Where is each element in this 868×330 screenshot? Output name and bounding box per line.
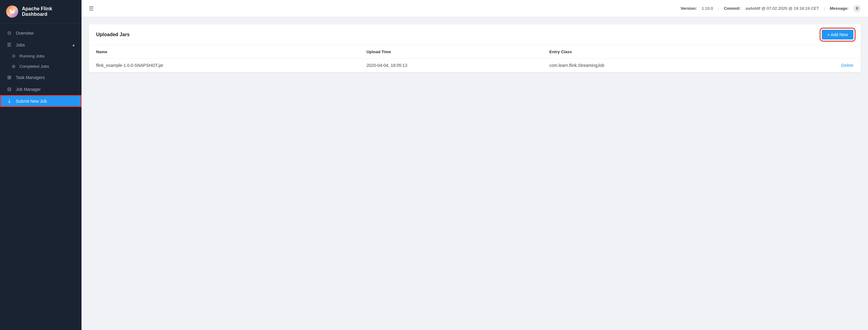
card-header: Uploaded Jars + Add New [89, 24, 861, 45]
main-area: ☰ Version: 1.10.0 | Commit: aa4eb8f @ 07… [82, 0, 868, 330]
jobs-icon: ☰ [6, 42, 12, 48]
sidebar-item-completed-jobs-label: Completed Jobs [20, 64, 49, 69]
uploaded-jars-card: Uploaded Jars + Add New Name Upload Time… [89, 24, 861, 72]
col-upload-time: Upload Time [359, 45, 542, 59]
job-manager-icon: ⊟ [6, 86, 12, 92]
message-count: 0 [856, 6, 858, 11]
jars-table-area: Name Upload Time Entry Class flink_examp… [89, 45, 861, 72]
sidebar-item-running-jobs-label: Running Jobs [20, 54, 45, 58]
header-divider-2: | [824, 6, 825, 11]
completed-jobs-icon: ⊘ [11, 64, 17, 69]
sidebar-item-running-jobs[interactable]: ⊙ Running Jobs [0, 51, 82, 61]
sidebar-item-task-managers[interactable]: ⊞ Task Managers [0, 71, 82, 83]
message-badge[interactable]: 0 [854, 5, 861, 12]
version-value: 1.10.0 [702, 6, 713, 11]
table-header-row: Name Upload Time Entry Class [89, 45, 861, 59]
overview-icon: ⊙ [6, 30, 12, 36]
add-new-button[interactable]: + Add New [822, 30, 854, 39]
table-row: flink_example-1.0.0-SNAPSHOT.jar 2020-04… [89, 59, 861, 72]
jar-entry-class: com.learn.flink.StreamingJob [542, 59, 772, 72]
commit-value: aa4eb8f @ 07.02.2020 @ 19:18:19 CET [745, 6, 819, 11]
sidebar-item-jobs-label: Jobs [16, 42, 25, 47]
header-info: Version: 1.10.0 | Commit: aa4eb8f @ 07.0… [681, 5, 861, 12]
menu-icon[interactable]: ☰ [89, 5, 94, 12]
sidebar-item-job-manager[interactable]: ⊟ Job Manager [0, 83, 82, 95]
jobs-chevron-icon: ▲ [72, 43, 75, 47]
sidebar: 🐿 Apache Flink Dashboard ⊙ Overview ☰ Jo… [0, 0, 82, 330]
delete-link[interactable]: Delete [841, 63, 854, 68]
version-label: Version: [681, 6, 697, 11]
app-logo: 🐿 [6, 5, 18, 18]
col-action [772, 45, 861, 59]
col-name: Name [89, 45, 359, 59]
sidebar-nav: ⊙ Overview ☰ Jobs ▲ ⊙ Running Jobs ⊘ Com… [0, 23, 82, 330]
header-divider-1: | [718, 6, 719, 11]
app-title: Apache Flink Dashboard [22, 6, 75, 17]
content-area: Uploaded Jars + Add New Name Upload Time… [82, 17, 868, 330]
task-managers-icon: ⊞ [6, 74, 12, 80]
sidebar-item-jobs[interactable]: ☰ Jobs ▲ [0, 39, 82, 51]
running-jobs-icon: ⊙ [11, 54, 17, 58]
jars-table: Name Upload Time Entry Class flink_examp… [89, 45, 861, 72]
sidebar-item-submit-new-job[interactable]: ⤓ Submit New Job [0, 95, 82, 107]
top-header: ☰ Version: 1.10.0 | Commit: aa4eb8f @ 07… [82, 0, 868, 17]
sidebar-item-overview[interactable]: ⊙ Overview [0, 27, 82, 39]
submit-new-job-icon: ⤓ [6, 98, 12, 104]
sidebar-item-completed-jobs[interactable]: ⊘ Completed Jobs [0, 61, 82, 71]
jar-name: flink_example-1.0.0-SNAPSHOT.jar [89, 59, 359, 72]
jar-upload-time: 2020-04-04, 18:05:13 [359, 59, 542, 72]
col-entry-class: Entry Class [542, 45, 772, 59]
sidebar-header: 🐿 Apache Flink Dashboard [0, 0, 82, 23]
commit-label: Commit: [724, 6, 741, 11]
sidebar-item-overview-label: Overview [16, 31, 33, 36]
message-label: Message: [830, 6, 848, 11]
sidebar-item-task-managers-label: Task Managers [16, 75, 45, 80]
card-title: Uploaded Jars [96, 32, 130, 37]
sidebar-item-submit-new-job-label: Submit New Job [16, 99, 47, 104]
sidebar-item-job-manager-label: Job Manager [16, 87, 41, 92]
